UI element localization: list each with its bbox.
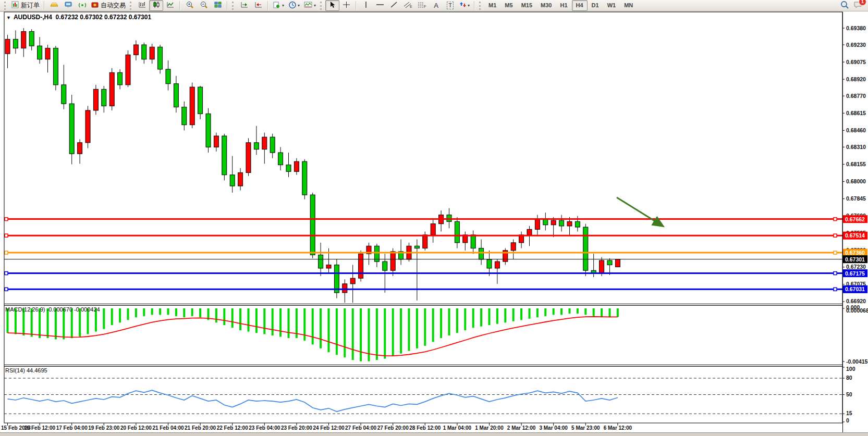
candle — [487, 259, 492, 268]
candle — [78, 143, 82, 154]
price-tick-label: 0.69075 — [846, 59, 866, 65]
auto-scroll-button[interactable] — [237, 0, 251, 11]
hline-anchor[interactable] — [834, 288, 837, 291]
timeframe-button-MN[interactable]: MN — [620, 0, 637, 11]
time-tick-label: 1 Mar 04:00 — [443, 425, 472, 431]
time-tick-label: 17 Feb 04:00 — [56, 425, 88, 431]
chart-shift-button[interactable] — [251, 0, 265, 11]
toolbar-drag-handle[interactable] — [232, 2, 235, 10]
candle — [29, 31, 34, 46]
zoom-in-button[interactable] — [182, 0, 197, 11]
text-tool-button[interactable]: A — [429, 0, 443, 11]
candlestick-chart-icon — [152, 1, 161, 10]
price-line-label-text: 0.67360 — [845, 250, 865, 256]
price-tick-label: 0.67230 — [846, 264, 866, 270]
candle — [254, 143, 259, 150]
timeframe-button-M15[interactable]: M15 — [517, 0, 536, 11]
candle — [38, 46, 42, 59]
chart-canvas[interactable]: 0.693800.692300.690750.689200.687700.686… — [0, 0, 868, 436]
trading-terminal: 新订单 自动交易 — [0, 0, 868, 436]
vertical-line-tool-button[interactable] — [359, 0, 373, 11]
hline-anchor[interactable] — [834, 234, 837, 237]
cursor-icon — [329, 1, 336, 10]
candle — [479, 248, 484, 259]
symbol-period-label: AUDUSD-,H4 — [14, 14, 52, 21]
timeframe-button-D1[interactable]: D1 — [588, 0, 603, 11]
time-tick-label: 23 Feb 20:00 — [281, 425, 312, 431]
timeframe-button-M1[interactable]: M1 — [484, 0, 500, 11]
candle — [53, 48, 58, 84]
hline-anchor[interactable] — [5, 251, 8, 254]
toolbar-drag-handle[interactable] — [479, 2, 482, 10]
hline-anchor[interactable] — [5, 218, 8, 221]
candle — [198, 87, 203, 114]
new-chart-icon — [273, 1, 281, 10]
template-button[interactable]: ▾ — [302, 0, 318, 11]
toolbar-drag-handle[interactable] — [4, 2, 7, 10]
line-chart-type-button[interactable] — [163, 0, 177, 11]
candle — [142, 45, 146, 59]
separator — [227, 1, 228, 10]
fibonacci-tool-button[interactable]: F — [415, 0, 429, 11]
timeframe-button-W1[interactable]: W1 — [603, 0, 620, 11]
notifications-button[interactable]: 1 — [853, 1, 863, 11]
tile-windows-icon — [214, 1, 222, 10]
candle — [109, 72, 114, 106]
rsi-level-label: 0 — [846, 417, 849, 423]
candle — [535, 219, 540, 229]
hline-anchor[interactable] — [834, 272, 837, 275]
text-label-tool-button[interactable]: T — [443, 0, 457, 11]
candle — [527, 229, 532, 235]
candle — [575, 221, 580, 227]
time-tick-label: 24 Feb 12:00 — [313, 425, 344, 431]
hline-anchor[interactable] — [5, 272, 8, 275]
candle — [543, 219, 548, 225]
tile-windows-button[interactable] — [211, 0, 225, 11]
history-center-button[interactable] — [47, 0, 61, 11]
time-tick-label: 23 Feb 04:00 — [249, 425, 280, 431]
new-chart-button[interactable]: ▾ — [271, 0, 286, 11]
hline-anchor[interactable] — [5, 234, 8, 237]
toolbar-drag-handle[interactable] — [130, 2, 133, 10]
macd-axis-top-label: 0.000068 — [846, 307, 868, 314]
terminal-button[interactable] — [61, 0, 75, 11]
timeframe-group: M1M5M15M30H1H4D1W1MN — [484, 0, 637, 11]
timeframe-button-M5[interactable]: M5 — [500, 0, 517, 11]
equidistant-channel-tool-button[interactable]: E — [401, 0, 415, 11]
arrows-tool-button[interactable]: ▾ — [457, 0, 472, 11]
candle — [414, 246, 419, 248]
separator — [44, 1, 45, 10]
timeframe-button-H1[interactable]: H1 — [556, 0, 571, 11]
chart-menu-arrow-icon[interactable]: ▼ — [6, 15, 11, 20]
toolbar-drag-handle[interactable] — [320, 2, 323, 10]
hline-anchor[interactable] — [5, 288, 8, 291]
period-button[interactable]: ▾ — [286, 0, 302, 11]
rsi-level-label: 100 — [846, 366, 855, 372]
trendline-icon — [390, 1, 398, 10]
cursor-tool-button[interactable] — [325, 0, 339, 11]
toolbar-right-cluster: 1 — [840, 1, 866, 11]
signals-button[interactable] — [75, 0, 89, 11]
horizontal-line-icon — [376, 1, 384, 10]
hline-anchor[interactable] — [834, 251, 837, 254]
notification-badge: 1 — [859, 0, 866, 6]
auto-trading-icon — [91, 1, 99, 10]
timeframe-button-H4[interactable]: H4 — [572, 0, 588, 11]
separator — [474, 1, 475, 10]
horizontal-line-tool-button[interactable] — [373, 0, 387, 11]
hline-anchor[interactable] — [834, 218, 837, 221]
crosshair-tool-button[interactable] — [339, 0, 353, 11]
new-order-button[interactable]: 新订单 — [9, 0, 42, 11]
candle — [13, 39, 18, 48]
trendline-tool-button[interactable] — [387, 0, 401, 11]
zoom-out-button[interactable] — [197, 0, 211, 11]
timeframe-button-M30[interactable]: M30 — [536, 0, 556, 11]
candlestick-chart-type-button[interactable] — [149, 0, 163, 11]
candle — [21, 31, 26, 48]
channel-icon: E — [404, 1, 412, 10]
candle — [431, 224, 435, 235]
candle — [102, 89, 106, 106]
search-icon[interactable] — [840, 1, 849, 11]
auto-trading-button[interactable]: 自动交易 — [89, 0, 128, 11]
bar-chart-type-button[interactable] — [135, 0, 149, 11]
